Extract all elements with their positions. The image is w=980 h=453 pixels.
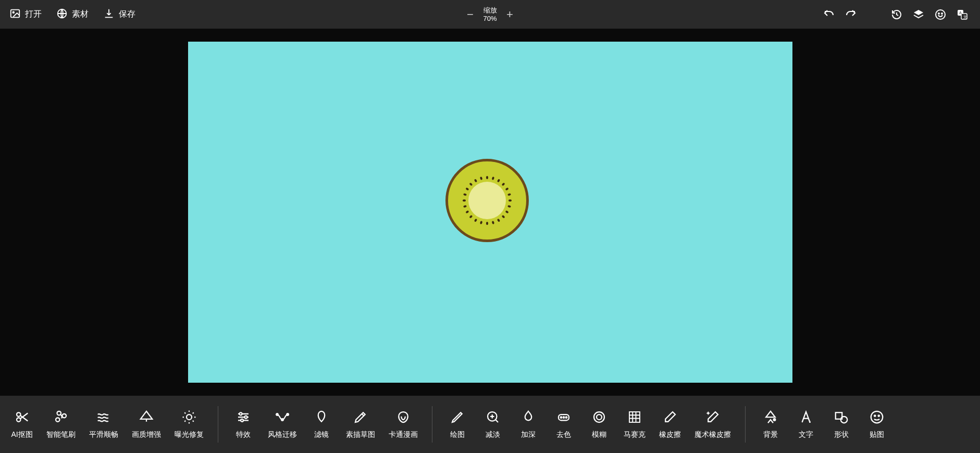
kiwi-seed: [501, 215, 505, 219]
tool-tint[interactable]: 去色: [546, 409, 581, 439]
svg-point-13: [63, 414, 67, 418]
tool-draw[interactable]: 绘图: [440, 409, 475, 439]
kiwi-seed: [486, 222, 488, 225]
tool-burn[interactable]: 加深: [511, 409, 546, 439]
divider: [218, 406, 218, 443]
tool-mosaic[interactable]: 马赛克: [617, 409, 652, 439]
canvas[interactable]: [188, 42, 792, 383]
tool-smooth[interactable]: 平滑顺畅: [82, 409, 125, 439]
assets-button[interactable]: 素材: [56, 8, 89, 21]
kiwi-seed: [479, 177, 482, 180]
divider: [745, 406, 746, 443]
kiwi-seed: [463, 193, 467, 196]
open-button[interactable]: 打开: [9, 8, 42, 21]
kiwi-seed: [463, 205, 467, 208]
svg-point-32: [841, 417, 848, 423]
bottom-toolbar: AI抠图 智能笔刷 平滑顺畅 画质增强 曝光修复 特效 风格迁移: [0, 396, 980, 453]
tool-shape[interactable]: 形状: [824, 409, 859, 439]
zoom-label: 缩放: [483, 6, 497, 15]
kiwi-seed: [469, 182, 473, 186]
tool-group-paint: 绘图 减淡 加深 去色 模糊 马赛克 橡皮擦 魔术橡皮擦: [440, 409, 738, 439]
translate-button[interactable]: A文: [956, 8, 969, 21]
tool-label: 画质增强: [132, 430, 161, 439]
svg-point-14: [56, 418, 60, 422]
download-icon: [103, 8, 115, 21]
tool-sketch[interactable]: 素描草图: [339, 409, 382, 439]
svg-rect-29: [629, 412, 640, 422]
redo-button[interactable]: [845, 8, 857, 21]
zoom-in-button[interactable]: +: [505, 8, 515, 21]
kiwi-seed: [507, 205, 511, 208]
undo-button[interactable]: [823, 8, 835, 21]
svg-point-27: [594, 412, 604, 422]
kiwi-seed: [474, 179, 477, 182]
tool-exposure-fix[interactable]: 曝光修复: [168, 409, 210, 439]
tool-label: 去色: [556, 430, 571, 439]
svg-point-33: [871, 411, 883, 423]
tool-background[interactable]: 背景: [753, 409, 788, 439]
tool-filter[interactable]: 滤镜: [304, 409, 339, 439]
svg-point-25: [563, 417, 565, 418]
svg-text:A: A: [959, 11, 962, 15]
tool-cartoon[interactable]: 卡通漫画: [382, 409, 425, 439]
tool-label: 模糊: [592, 430, 606, 439]
save-label: 保存: [119, 9, 135, 20]
svg-point-4: [938, 13, 939, 14]
top-right-group: A文: [823, 8, 980, 21]
tool-blur[interactable]: 模糊: [581, 409, 617, 439]
zoom-value: 70%: [483, 15, 497, 23]
tool-smart-brush[interactable]: 智能笔刷: [40, 409, 82, 439]
tool-enhance[interactable]: 画质增强: [125, 409, 168, 439]
tool-label: 形状: [834, 430, 849, 439]
kiwi-seed: [469, 215, 473, 219]
top-left-group: 打开 素材 保存: [0, 8, 135, 21]
tool-dodge[interactable]: 减淡: [475, 409, 511, 439]
kiwi-seed: [465, 187, 469, 191]
tool-label: 橡皮擦: [659, 430, 681, 439]
svg-point-3: [936, 10, 945, 19]
tool-effects[interactable]: 特效: [226, 409, 261, 439]
globe-icon: [56, 8, 68, 21]
canvas-area: [0, 29, 980, 396]
tool-magic-eraser[interactable]: 魔术橡皮擦: [688, 409, 738, 439]
tool-label: AI抠图: [11, 430, 32, 439]
tool-ai-cutout[interactable]: AI抠图: [4, 409, 40, 439]
svg-point-18: [241, 419, 243, 422]
open-label: 打开: [25, 9, 42, 20]
save-button[interactable]: 保存: [103, 8, 135, 21]
tool-label: 马赛克: [624, 430, 646, 439]
kiwi-seed: [465, 210, 469, 213]
kiwi-seed: [505, 187, 508, 191]
svg-point-1: [13, 11, 14, 13]
kiwi-seed: [508, 199, 512, 202]
tool-style-transfer[interactable]: 风格迁移: [261, 409, 304, 439]
tool-label: 卡通漫画: [389, 430, 418, 439]
zoom-readout[interactable]: 缩放 70%: [483, 6, 497, 22]
tool-label: 贴图: [870, 430, 884, 439]
kiwi-seed: [491, 221, 494, 224]
kiwi-seed: [474, 219, 477, 222]
settings-button[interactable]: [934, 8, 947, 21]
kiwi-sticker[interactable]: [445, 159, 529, 242]
history-button[interactable]: [890, 8, 903, 21]
tool-sticker[interactable]: 贴图: [859, 409, 895, 439]
kiwi-seed: [497, 219, 500, 222]
tool-group-style: 特效 风格迁移 滤镜 素描草图 卡通漫画: [226, 409, 425, 439]
kiwi-seed: [501, 182, 505, 186]
kiwi-seed: [507, 193, 511, 196]
divider: [432, 406, 432, 443]
svg-point-20: [287, 413, 289, 416]
tool-group-insert: 背景 文字 形状 贴图: [753, 409, 895, 439]
tool-text[interactable]: 文字: [788, 409, 824, 439]
tool-label: 滤镜: [314, 430, 329, 439]
tool-eraser[interactable]: 橡皮擦: [652, 409, 688, 439]
svg-point-28: [597, 414, 602, 420]
zoom-out-button[interactable]: −: [465, 8, 475, 21]
svg-point-35: [878, 415, 880, 417]
layers-button[interactable]: [912, 8, 925, 21]
tool-label: 魔术橡皮擦: [694, 430, 731, 439]
tool-label: 加深: [521, 430, 536, 439]
svg-point-15: [187, 414, 192, 420]
tool-label: 平滑顺畅: [89, 430, 118, 439]
top-toolbar: 打开 素材 保存 − 缩放 70% +: [0, 0, 980, 29]
